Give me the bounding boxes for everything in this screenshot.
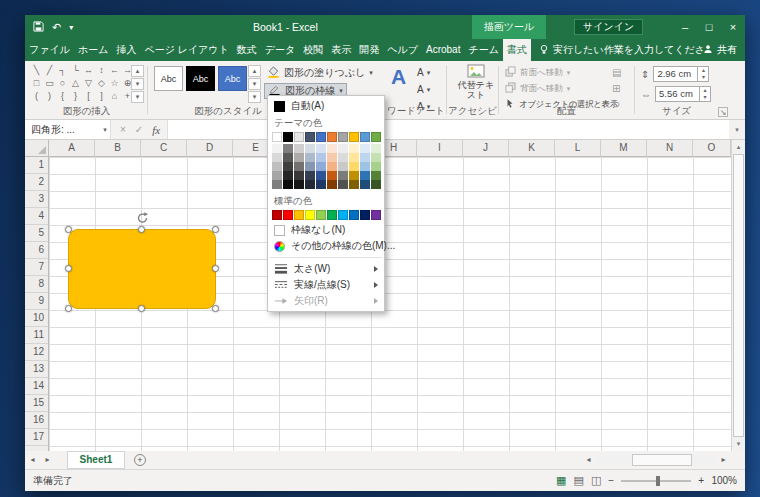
theme-variant-swatch[interactable] xyxy=(305,144,315,153)
theme-variant-swatch[interactable] xyxy=(327,171,337,180)
menu-item-no-outline[interactable]: 枠線なし(N) xyxy=(268,222,384,238)
theme-variant-swatch[interactable] xyxy=(371,180,381,189)
page-break-view-icon[interactable]: ◫ xyxy=(591,474,601,487)
theme-variant-swatch[interactable] xyxy=(305,180,315,189)
align-button[interactable]: ▤ xyxy=(612,65,623,79)
undo-icon[interactable]: ↶ xyxy=(52,21,61,34)
shape-glyph-icon[interactable]: [ xyxy=(82,90,95,103)
row-header-17[interactable]: 17 xyxy=(25,429,48,446)
shape-glyph-icon[interactable]: ← xyxy=(108,64,121,77)
close-button[interactable]: × xyxy=(721,15,745,39)
theme-variant-swatch[interactable] xyxy=(371,144,381,153)
gallery-more-icon[interactable]: ▾ xyxy=(131,91,144,103)
standard-color-swatch[interactable] xyxy=(305,210,315,220)
column-header-I[interactable]: I xyxy=(417,140,463,157)
column-header-B[interactable]: B xyxy=(95,140,141,157)
zoom-out-icon[interactable]: − xyxy=(608,475,614,486)
column-header-J[interactable]: J xyxy=(463,140,509,157)
theme-variant-swatch[interactable] xyxy=(360,162,370,171)
tab-挿入[interactable]: 挿入 xyxy=(112,39,140,61)
stepper-down-icon[interactable]: ▾ xyxy=(698,74,708,81)
width-input[interactable]: 5.56 cm ▴▾ xyxy=(655,86,711,102)
theme-variant-swatch[interactable] xyxy=(327,153,337,162)
tab-Acrobat[interactable]: Acrobat xyxy=(422,39,464,61)
shape-handle-nw[interactable] xyxy=(65,226,72,233)
menu-item-weight[interactable]: 太さ(W) xyxy=(268,261,384,277)
formula-bar-expand-icon[interactable]: ▾ xyxy=(729,120,745,139)
width-stepper[interactable]: ▴▾ xyxy=(699,87,710,101)
row-header-7[interactable]: 7 xyxy=(25,259,48,276)
theme-variant-swatch[interactable] xyxy=(283,171,293,180)
tab-ホーム[interactable]: ホーム xyxy=(74,39,112,61)
standard-color-swatch[interactable] xyxy=(272,210,282,220)
theme-variant-swatch[interactable] xyxy=(360,171,370,180)
shape-fill-button[interactable]: 図形の塗りつぶし ▾ xyxy=(264,65,376,81)
stepper-down-icon[interactable]: ▾ xyxy=(700,94,710,101)
standard-color-swatch[interactable] xyxy=(338,210,348,220)
theme-variant-swatch[interactable] xyxy=(327,144,337,153)
styles-up-icon[interactable]: ▴ xyxy=(248,65,261,77)
shape-glyph-icon[interactable]: ╲ xyxy=(30,64,43,77)
formula-input[interactable] xyxy=(167,120,729,139)
row-header-9[interactable]: 9 xyxy=(25,293,48,310)
styles-down-icon[interactable]: ▾ xyxy=(248,78,261,90)
theme-variant-swatch[interactable] xyxy=(338,153,348,162)
shape-handle-sw[interactable] xyxy=(65,305,72,312)
tab-ヘルプ[interactable]: ヘルプ xyxy=(383,39,422,61)
horizontal-scroll-thumb[interactable] xyxy=(632,454,692,466)
zoom-slider-handle[interactable] xyxy=(656,476,660,486)
cancel-icon[interactable]: × xyxy=(120,124,126,135)
gallery-up-icon[interactable]: ▴ xyxy=(131,65,144,77)
name-box-dropdown-icon[interactable]: ▾ xyxy=(99,120,111,139)
height-input[interactable]: 2.96 cm ▴▾ xyxy=(653,66,709,82)
shape-glyph-icon[interactable]: △ xyxy=(69,77,82,90)
theme-variant-swatch[interactable] xyxy=(283,153,293,162)
row-header-4[interactable]: 4 xyxy=(25,208,48,225)
theme-variant-swatch[interactable] xyxy=(305,153,315,162)
theme-variant-swatch[interactable] xyxy=(360,153,370,162)
theme-variant-swatch[interactable] xyxy=(294,180,304,189)
theme-variant-swatch[interactable] xyxy=(272,180,282,189)
page-layout-view-icon[interactable]: ▤ xyxy=(574,474,584,487)
theme-variant-swatch[interactable] xyxy=(316,180,326,189)
theme-variant-swatch[interactable] xyxy=(349,153,359,162)
theme-variant-swatch[interactable] xyxy=(338,171,348,180)
theme-color-swatch[interactable] xyxy=(316,132,326,142)
shape-glyph-icon[interactable]: ☆ xyxy=(108,77,121,90)
theme-variant-swatch[interactable] xyxy=(338,144,348,153)
shape-glyph-icon[interactable]: ○ xyxy=(56,77,69,90)
text-outline-button[interactable]: A ▾ xyxy=(417,82,430,97)
scroll-up-icon[interactable]: ▴ xyxy=(732,140,745,154)
row-header-1[interactable]: 1 xyxy=(25,157,48,174)
hscroll-left-icon[interactable]: ◂ xyxy=(581,451,596,469)
sheet-tab-sheet1[interactable]: Sheet1 xyxy=(67,451,125,469)
wordart-preview-letter[interactable]: A xyxy=(391,65,406,89)
shape-glyph-icon[interactable]: ( xyxy=(30,90,43,103)
shape-glyph-icon[interactable]: └ xyxy=(69,64,82,77)
shape-style-preview-2[interactable]: Abc xyxy=(186,66,215,91)
theme-variant-swatch[interactable] xyxy=(272,162,282,171)
shape-glyph-icon[interactable]: ) xyxy=(43,90,56,103)
shape-style-preview-1[interactable]: Abc xyxy=(154,66,183,91)
shape-glyph-icon[interactable]: } xyxy=(69,90,82,103)
send-backward-button[interactable]: 背面へ移動 ▾ xyxy=(505,81,570,96)
row-header-14[interactable]: 14 xyxy=(25,378,48,395)
column-header-L[interactable]: L xyxy=(555,140,601,157)
row-header-5[interactable]: 5 xyxy=(25,225,48,242)
scroll-down-icon[interactable]: ▾ xyxy=(732,437,745,451)
standard-color-swatch[interactable] xyxy=(327,210,337,220)
menu-item-dashes[interactable]: 実線/点線(S) xyxy=(268,277,384,293)
theme-variant-swatch[interactable] xyxy=(316,144,326,153)
bring-forward-button[interactable]: 前面へ移動 ▾ xyxy=(505,65,570,80)
new-sheet-icon[interactable]: + xyxy=(134,454,146,466)
theme-color-swatch[interactable] xyxy=(371,132,381,142)
stepper-up-icon[interactable]: ▴ xyxy=(698,67,708,74)
theme-variant-swatch[interactable] xyxy=(283,180,293,189)
zoom-level-label[interactable]: 100% xyxy=(711,475,737,486)
tab-校閲[interactable]: 校閲 xyxy=(299,39,327,61)
menu-item-arrows[interactable]: 矢印(R) xyxy=(268,293,384,309)
maximize-button[interactable]: □ xyxy=(697,15,721,39)
theme-variant-swatch[interactable] xyxy=(316,153,326,162)
horizontal-scrollbar[interactable]: ◂ ▸ xyxy=(581,451,731,469)
zoom-in-icon[interactable]: + xyxy=(698,475,704,486)
